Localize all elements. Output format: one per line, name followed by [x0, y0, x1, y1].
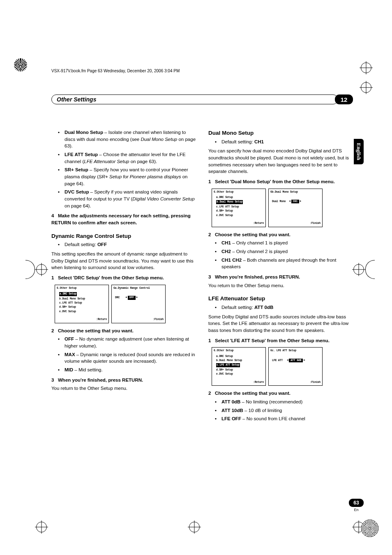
dual-options: CH1 – Only channel 1 is played CH2 – Onl…: [208, 240, 353, 270]
lfe-step1: 1 Select 'LFE ATT Setup' from the Other …: [208, 337, 353, 344]
screen-left: 6.Other Setup a.DRC Setup b.Dual Mono Se…: [212, 347, 266, 386]
lfe-step2: 2 Choose the setting that you want.: [208, 390, 353, 397]
dual-step2: 2 Choose the setting that you want.: [208, 231, 353, 238]
list-item: ATT 10dB – 10 dB of limiting: [219, 407, 353, 414]
list-item: LFE OFF – No sound from LFE channel: [219, 415, 353, 422]
list-item: MAX – Dynamic range is reduced (loud sou…: [62, 351, 196, 365]
page-number: 63: [349, 499, 364, 507]
content-area: Other Settings 12 Dual Mono Setup – Isol…: [51, 94, 353, 424]
list-item: CH1 CH2 – Both channels are played throu…: [219, 257, 353, 270]
drc-step3: 3 When you're finished, press RETURN.: [51, 377, 196, 384]
registration-mark-icon: [361, 519, 379, 537]
chapter-number: 12: [335, 94, 353, 104]
drc-step2: 2 Choose the setting that you want.: [51, 327, 196, 334]
page-sub: En: [349, 508, 364, 512]
language-tab: English: [354, 139, 364, 164]
page-number-box: 63 En: [349, 499, 364, 512]
columns: Dual Mono Setup – Isolate one channel wh…: [51, 129, 353, 424]
list-item: Default setting: OFF: [62, 241, 196, 248]
list-item: ATT 0dB – No limiting (recommended): [219, 398, 353, 405]
registration-mark-icon: [36, 264, 47, 275]
list-item: MID – Mid setting.: [62, 366, 196, 373]
default-setting: Default setting: ATT 0dB: [208, 304, 353, 311]
drc-screens: 6.Other Setup a.DRC Setup b.Dual Mono Se…: [51, 285, 196, 323]
screen-right: 6c. LFE ATT Setup LFE ATT ◀ATT 0dB▶ :Fin…: [268, 347, 323, 386]
lfe-options: ATT 0dB – No limiting (recommended) ATT …: [208, 398, 353, 422]
screen-right: 6a.Dynamic Range Control DRC ◀OFF▶ :Fini…: [111, 285, 166, 323]
lfe-heading: LFE Attenuator Setup: [208, 295, 353, 303]
list-item: SR+ Setup – Specify how you want to cont…: [62, 166, 196, 187]
registration-mark-icon: [14, 58, 27, 71]
lfe-desc: Some Dolby Digital and DTS audio sources…: [208, 313, 353, 334]
half-circle-icon: [365, 260, 375, 279]
chapter-title: Other Settings: [51, 94, 338, 104]
column-left: Dual Mono Setup – Isolate one channel wh…: [51, 129, 196, 424]
screen-right: 6b.Dual Mono Setup Dual Mono ◀CH1▶ :Fini…: [268, 189, 323, 227]
default-setting: Default setting: OFF: [51, 241, 196, 248]
dual-step3: 3 When you're finished, press RETURN.: [208, 274, 353, 281]
page: VSX-917V.book.fm Page 63 Wednesday, Dece…: [0, 0, 392, 555]
dual-heading: Dual Mono Setup: [208, 129, 353, 137]
registration-mark-icon: [353, 264, 364, 275]
screen-left: 6.Other Setup a.DRC Setup b.Dual Mono Se…: [55, 285, 109, 323]
intro-bullets: Dual Mono Setup – Isolate one channel wh…: [51, 129, 196, 209]
registration-mark-icon: [189, 522, 200, 532]
dual-desc: You can specify how dual mono encoded Do…: [208, 147, 353, 175]
drc-after: You return to the Other Setup menu.: [51, 385, 196, 392]
list-item: Default setting: ATT 0dB: [219, 304, 353, 311]
list-item: OFF – No dynamic range adjustment (use w…: [62, 336, 196, 349]
dual-step1: 1 Select 'Dual Mono Setup' from the Othe…: [208, 178, 353, 185]
dual-screens: 6.Other Setup a.DRC Setup b.Dual Mono Se…: [208, 189, 353, 227]
drc-step1: 1 Select 'DRC Setup' from the Other Setu…: [51, 274, 196, 281]
list-item: Default setting: CH1: [219, 138, 353, 145]
drc-desc: This setting specifies the amount of dyn…: [51, 251, 196, 271]
step-4: 4 Make the adjustments necessary for eac…: [51, 212, 196, 226]
list-item: Dual Mono Setup – Isolate one channel wh…: [62, 129, 196, 150]
list-item: DVC Setup – Specify if you want analog v…: [62, 189, 196, 209]
list-item: CH2 – Only channel 2 is played: [219, 248, 353, 255]
screen-left: 6.Other Setup a.DRC Setup b.Dual Mono Se…: [212, 189, 266, 227]
dual-after: You return to the Other Setup menu.: [208, 282, 353, 289]
half-circle-icon: [25, 260, 35, 279]
registration-mark-icon: [361, 62, 371, 73]
lfe-screens: 6.Other Setup a.DRC Setup b.Dual Mono Se…: [208, 347, 353, 386]
registration-mark-icon: [36, 522, 47, 532]
header-line: VSX-917V.book.fm Page 63 Wednesday, Dece…: [51, 69, 180, 73]
drc-options: OFF – No dynamic range adjustment (use w…: [51, 336, 196, 373]
list-item: CH1 – Only channel 1 is played: [219, 240, 353, 246]
chapter-title-bar: Other Settings 12: [51, 94, 353, 104]
list-item: LFE ATT Setup – Choose the attenuator le…: [62, 151, 196, 165]
column-right: Dual Mono Setup Default setting: CH1 You…: [208, 129, 353, 424]
registration-mark-icon: [361, 82, 371, 93]
default-setting: Default setting: CH1: [208, 138, 353, 145]
drc-heading: Dynamic Range Control Setup: [51, 232, 196, 240]
